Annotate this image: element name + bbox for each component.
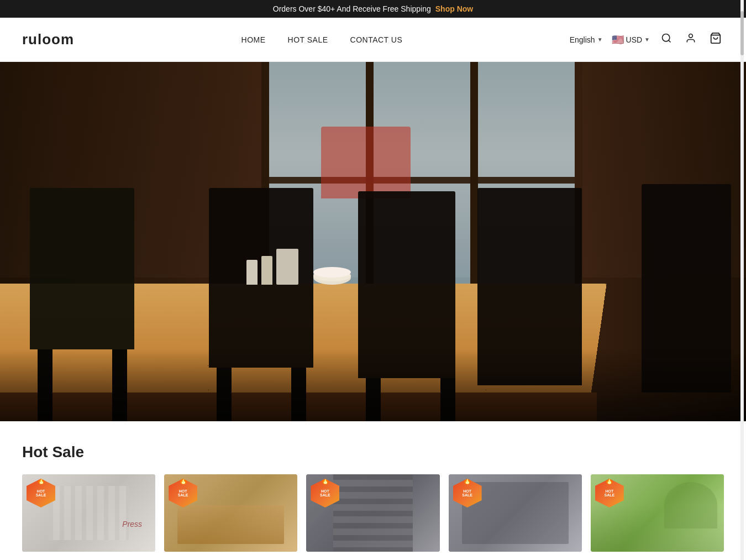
hot-sale-section: Hot Sale 🔥 HOT SALE Press 🔥 HOT — [0, 421, 746, 552]
account-icon — [685, 33, 696, 46]
product-card-2[interactable]: 🔥 HOT SALE — [164, 474, 297, 552]
hero-image — [0, 62, 746, 421]
currency-flag-icon: 🇺🇸 — [612, 35, 624, 44]
hot-sale-title: Hot Sale — [22, 443, 724, 461]
products-grid: 🔥 HOT SALE Press 🔥 HOT SALE � — [22, 474, 724, 552]
currency-chevron-icon: ▼ — [644, 36, 650, 43]
language-selector[interactable]: English ▼ — [570, 35, 603, 44]
language-chevron-icon: ▼ — [597, 36, 603, 43]
svg-point-2 — [689, 34, 693, 38]
nav-hot-sale[interactable]: HOT SALE — [288, 35, 328, 44]
nav-home[interactable]: HOME — [241, 35, 266, 44]
nav-contact[interactable]: CONTACT US — [350, 35, 403, 44]
cart-icon — [710, 32, 722, 47]
main-nav: HOME HOT SALE CONTACT US — [241, 35, 403, 44]
press-label: Press — [122, 520, 142, 528]
announcement-text: Orders Over $40+ And Receive Free Shippi… — [273, 4, 431, 13]
product-card-1[interactable]: 🔥 HOT SALE Press — [22, 474, 155, 552]
announcement-bar: Orders Over $40+ And Receive Free Shippi… — [0, 0, 746, 18]
language-label: English — [570, 35, 595, 44]
scroll-thumb[interactable] — [740, 11, 744, 55]
currency-selector[interactable]: 🇺🇸 USD ▼ — [612, 35, 650, 44]
shop-now-link[interactable]: Shop Now — [435, 4, 473, 13]
search-icon — [661, 33, 672, 46]
product-card-4[interactable]: 🔥 HOT SALE — [449, 474, 582, 552]
product-card-5[interactable]: 🔥 HOT SALE — [591, 474, 724, 552]
account-button[interactable] — [683, 30, 698, 49]
cart-button[interactable] — [707, 30, 724, 49]
product-card-3[interactable]: 🔥 HOT SALE — [306, 474, 439, 552]
scrollbar[interactable] — [740, 0, 744, 552]
site-header: ruloom HOME HOT SALE CONTACT US English … — [0, 18, 746, 62]
header-controls: English ▼ 🇺🇸 USD ▼ — [570, 30, 724, 49]
site-logo[interactable]: ruloom — [22, 31, 74, 48]
svg-point-0 — [663, 34, 670, 41]
currency-label: USD — [626, 35, 643, 44]
svg-line-1 — [669, 40, 671, 43]
search-button[interactable] — [659, 30, 674, 49]
